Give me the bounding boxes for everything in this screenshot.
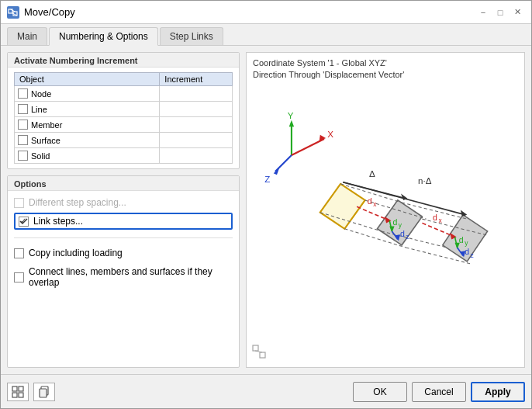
link-steps-row[interactable]: Link steps... bbox=[14, 213, 233, 230]
window-controls: − □ ✕ bbox=[475, 5, 525, 20]
svg-text:d: d bbox=[392, 217, 397, 226]
different-step-spacing-row: Different step spacing... bbox=[14, 197, 233, 208]
numbering-section: Activate Numbering Increment Object Incr… bbox=[7, 52, 240, 169]
footer-left bbox=[7, 383, 55, 401]
table-row: Member bbox=[15, 117, 233, 133]
svg-text:d: d bbox=[400, 229, 405, 238]
footer: OK Cancel Apply bbox=[1, 374, 531, 408]
solid-checkbox[interactable] bbox=[18, 151, 28, 161]
numbering-table: Object Increment Node bbox=[14, 72, 233, 164]
different-step-spacing-checkbox[interactable] bbox=[14, 198, 24, 208]
different-step-spacing-label: Different step spacing... bbox=[29, 197, 126, 208]
cancel-button[interactable]: Cancel bbox=[412, 382, 466, 402]
diagram-footer-icon bbox=[251, 344, 267, 362]
surface-label: Surface bbox=[31, 136, 60, 145]
connect-lines-label: Connect lines, members and surfaces if t… bbox=[29, 266, 233, 288]
svg-text:n·Δ: n·Δ bbox=[418, 176, 432, 185]
member-cell: Member bbox=[15, 117, 160, 133]
node-label: Node bbox=[31, 89, 51, 99]
diagram-svg: Y X Z bbox=[247, 83, 524, 366]
line-checkbox[interactable] bbox=[18, 104, 28, 114]
solid-cell: Solid bbox=[15, 148, 160, 164]
line-increment[interactable] bbox=[160, 102, 233, 117]
tab-step-links[interactable]: Step Links bbox=[160, 27, 223, 45]
diagram-label: Coordinate System '1 - Global XYZ' Direc… bbox=[247, 53, 524, 83]
svg-rect-59 bbox=[12, 393, 17, 397]
svg-line-10 bbox=[275, 155, 292, 172]
svg-line-42 bbox=[422, 223, 454, 237]
apply-button[interactable]: Apply bbox=[471, 382, 525, 402]
options-section-title: Options bbox=[8, 176, 239, 191]
surface-increment[interactable] bbox=[160, 133, 233, 148]
member-increment[interactable] bbox=[160, 117, 233, 133]
window-title: Move/Copy bbox=[24, 6, 75, 18]
options-section: Options Different step spacing... Link s… bbox=[7, 175, 240, 368]
surface-checkbox[interactable] bbox=[18, 135, 28, 145]
surface-cell: Surface bbox=[15, 133, 160, 148]
svg-rect-57 bbox=[12, 386, 17, 391]
table-row: Solid bbox=[15, 148, 233, 164]
title-bar: Move/Copy − □ ✕ bbox=[1, 1, 531, 24]
move-copy-window: Move/Copy − □ ✕ Main Numbering & Options… bbox=[0, 0, 532, 409]
line-label: Line bbox=[31, 105, 47, 114]
col-header-increment: Increment bbox=[160, 73, 233, 86]
window-icon bbox=[7, 6, 19, 19]
main-content: Activate Numbering Increment Object Incr… bbox=[1, 46, 531, 374]
svg-text:d: d bbox=[368, 196, 372, 206]
svg-text:d: d bbox=[465, 247, 469, 256]
copy-loading-checkbox[interactable] bbox=[14, 248, 24, 258]
numbering-table-container: Object Increment Node bbox=[8, 68, 239, 168]
svg-text:z: z bbox=[406, 233, 409, 241]
node-increment[interactable] bbox=[160, 86, 233, 102]
svg-text:Δ: Δ bbox=[369, 169, 375, 179]
svg-marker-5 bbox=[289, 120, 294, 127]
right-panel: Coordinate System '1 - Global XYZ' Direc… bbox=[246, 52, 525, 368]
diagram-label-line2: Direction Through 'Displacement Vector' bbox=[253, 70, 404, 79]
member-label: Member bbox=[31, 120, 62, 130]
svg-text:Y: Y bbox=[288, 110, 294, 120]
link-steps-checkbox[interactable] bbox=[19, 217, 29, 227]
copy-loading-row: Copy including loading bbox=[14, 246, 233, 260]
svg-text:x: x bbox=[373, 200, 377, 208]
connect-lines-checkbox[interactable] bbox=[14, 272, 24, 282]
grid-icon-button[interactable] bbox=[7, 383, 29, 401]
svg-text:d: d bbox=[459, 234, 464, 244]
svg-line-7 bbox=[292, 139, 324, 155]
node-cell: Node bbox=[15, 86, 160, 102]
minimize-button[interactable]: − bbox=[475, 5, 491, 20]
svg-rect-54 bbox=[253, 345, 258, 351]
footer-right: OK Cancel Apply bbox=[353, 382, 525, 402]
line-cell: Line bbox=[15, 102, 160, 117]
tab-bar: Main Numbering & Options Step Links bbox=[1, 24, 531, 46]
tab-numbering-options[interactable]: Numbering & Options bbox=[49, 27, 158, 46]
copy-icon-button[interactable] bbox=[33, 383, 55, 401]
table-row: Surface bbox=[15, 133, 233, 148]
table-row: Line bbox=[15, 102, 233, 117]
svg-text:z: z bbox=[471, 251, 474, 258]
svg-rect-60 bbox=[19, 393, 23, 397]
svg-rect-58 bbox=[19, 386, 23, 391]
diagram-label-line1: Coordinate System '1 - Global XYZ' bbox=[253, 58, 387, 68]
link-steps-label: Link steps... bbox=[33, 216, 83, 227]
connect-lines-row: Connect lines, members and surfaces if t… bbox=[14, 265, 233, 289]
copy-loading-label: Copy including loading bbox=[29, 248, 123, 258]
svg-text:d: d bbox=[433, 213, 437, 222]
diagram-area: Y X Z bbox=[247, 83, 524, 366]
svg-text:X: X bbox=[327, 130, 333, 139]
svg-line-30 bbox=[357, 206, 389, 220]
maximize-button[interactable]: □ bbox=[492, 5, 508, 20]
left-panel: Activate Numbering Increment Object Incr… bbox=[7, 52, 240, 368]
col-header-object: Object bbox=[15, 73, 160, 86]
svg-marker-13 bbox=[320, 184, 365, 229]
svg-rect-55 bbox=[260, 352, 265, 358]
solid-increment[interactable] bbox=[160, 148, 233, 164]
solid-label: Solid bbox=[31, 151, 50, 161]
table-row: Node bbox=[15, 86, 233, 102]
member-checkbox[interactable] bbox=[18, 120, 28, 130]
node-checkbox[interactable] bbox=[18, 88, 28, 99]
svg-marker-28 bbox=[461, 210, 467, 216]
ok-button[interactable]: OK bbox=[353, 382, 407, 402]
numbering-section-title: Activate Numbering Increment bbox=[8, 53, 239, 68]
close-button[interactable]: ✕ bbox=[510, 5, 525, 20]
tab-main[interactable]: Main bbox=[7, 27, 47, 45]
